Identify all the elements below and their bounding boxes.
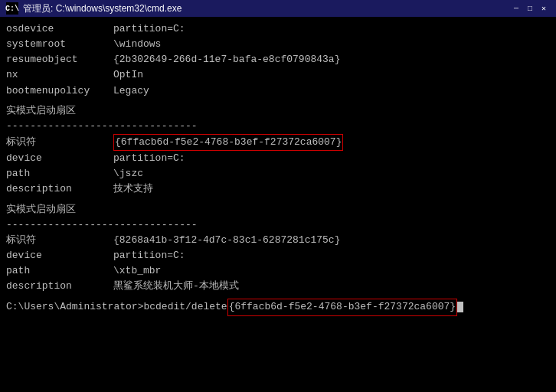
osdevice-label: osdevice [6, 21, 113, 37]
resumeobject-value: {2b302649-266d-11e7-bafa-e8cf0790843a} [113, 52, 340, 67]
section1-divider: -------------------------------- [6, 119, 550, 134]
cmd-prompt: C:\Users\Administrator>bcdedit/delete [6, 299, 227, 315]
section1-path-row: path \jszc [6, 166, 550, 181]
section2-device-label: device [6, 248, 113, 263]
section1-path-label: path [6, 166, 113, 181]
section1-device-label: device [6, 151, 113, 166]
section1-identifier-value: {6ffacb6d-f5e2-4768-b3ef-f27372ca6007} [113, 134, 343, 151]
osdevice-row: osdevice partition=C: [6, 21, 550, 37]
cmd-highlighted-id: {6ffacb6d-f5e2-4768-b3ef-f27372ca6007} [227, 299, 457, 315]
section1-path-value: \jszc [113, 166, 143, 181]
section2-divider: -------------------------------- [6, 217, 550, 233]
section1-device-row: device partition=C: [6, 151, 550, 166]
terminal-content: osdevice partition=C: systemroot \window… [0, 17, 556, 321]
section2-description-value: 黑鲨系统装机大师-本地模式 [113, 279, 239, 294]
bootmenupolicy-row: bootmenupolicy Legacy [6, 83, 550, 99]
cursor [457, 302, 463, 312]
section2-device-row: device partition=C: [6, 248, 550, 263]
bootmenupolicy-label: bootmenupolicy [6, 83, 113, 99]
systemroot-row: systemroot \windows [6, 37, 550, 52]
section1-description-row: description 技术支持 [6, 181, 550, 197]
close-button[interactable]: ✕ [538, 2, 550, 15]
systemroot-label: systemroot [6, 37, 113, 52]
nx-row: nx OptIn [6, 67, 550, 83]
bootmenupolicy-value: Legacy [113, 83, 149, 99]
section1-header: 实模式启动扇区 -------------------------------- [6, 103, 550, 134]
section1-identifier-label: 标识符 [6, 135, 113, 150]
section2-description-row: description 黑鲨系统装机大师-本地模式 [6, 279, 550, 294]
section2-identifier-value: {8268a41b-3f12-4d7c-83c1-6287281c175c} [113, 233, 340, 248]
section2-description-label: description [6, 279, 113, 294]
resumeobject-label: resumeobject [6, 52, 113, 67]
section1-description-label: description [6, 181, 113, 197]
section2-path-row: path \xtb_mbr [6, 263, 550, 279]
section1-device-value: partition=C: [113, 151, 185, 166]
section1-identifier-row: 标识符 {6ffacb6d-f5e2-4768-b3ef-f27372ca600… [6, 134, 550, 151]
section2-header: 实模式启动扇区 -------------------------------- [6, 202, 550, 233]
window-icon: C:\ [6, 2, 18, 15]
resumeobject-row: resumeobject {2b302649-266d-11e7-bafa-e8… [6, 52, 550, 67]
section2-path-label: path [6, 263, 113, 279]
systemroot-value: \windows [113, 37, 161, 52]
section2-path-value: \xtb_mbr [113, 263, 161, 279]
minimize-button[interactable]: ─ [510, 2, 522, 15]
section1-header-text: 实模式启动扇区 [6, 103, 550, 119]
section2-device-value: partition=C: [113, 248, 185, 263]
section2-identifier-row: 标识符 {8268a41b-3f12-4d7c-83c1-6287281c175… [6, 233, 550, 248]
section1-description-value: 技术支持 [113, 181, 153, 197]
maximize-button[interactable]: □ [524, 2, 536, 15]
section2-identifier-label: 标识符 [6, 233, 113, 248]
nx-label: nx [6, 67, 113, 83]
osdevice-value: partition=C: [113, 21, 185, 37]
command-line-row: C:\Users\Administrator>bcdedit/delete{6f… [6, 299, 550, 315]
title-bar-controls: ─ □ ✕ [510, 2, 550, 15]
nx-value: OptIn [113, 67, 143, 83]
title-bar: C:\ 管理员: C:\windows\system32\cmd.exe ─ □… [0, 0, 556, 17]
title-bar-text: 管理员: C:\windows\system32\cmd.exe [23, 2, 182, 15]
section2-header-text: 实模式启动扇区 [6, 202, 550, 217]
